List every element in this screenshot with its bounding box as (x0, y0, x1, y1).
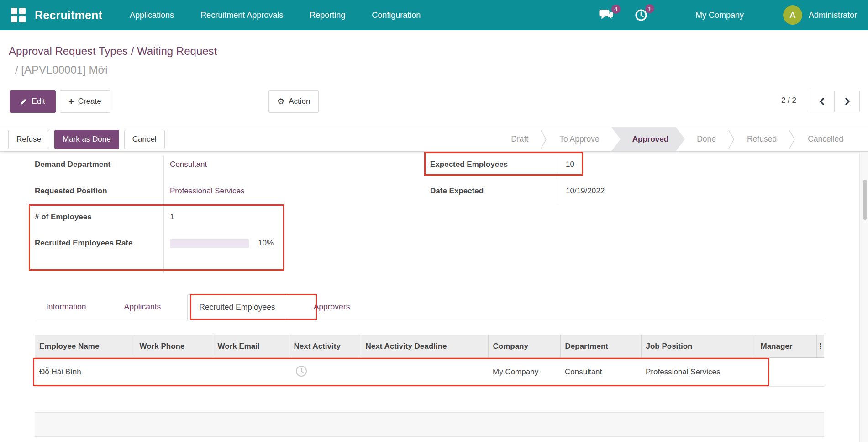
tab-information[interactable]: Information (35, 294, 98, 320)
stage-to-approve[interactable]: To Approve (547, 134, 611, 144)
cell-department: Consultant (560, 358, 641, 387)
requested-position-value[interactable]: Professional Services (170, 183, 244, 199)
user-avatar: A (783, 5, 802, 25)
field-label: Requested Position (35, 183, 137, 199)
menu-recruitment-approvals[interactable]: Recruitment Approvals (200, 11, 283, 20)
number-of-employees-value: 1 (170, 209, 174, 225)
statusbar: Refuse Mark as Done Cancel Draft To Appr… (0, 127, 868, 152)
top-navbar: Recruitment Applications Recruitment App… (0, 0, 868, 30)
table-row[interactable]: Đỗ Hải Bình My Company Consultant Profes… (35, 358, 824, 387)
cell-company: My Company (488, 358, 560, 387)
field-date-expected: Date Expected 10/19/2022 (430, 183, 605, 199)
pager-next-button[interactable] (835, 91, 860, 112)
breadcrumb-separator: / (128, 45, 137, 57)
column-work-phone[interactable]: Work Phone (135, 335, 213, 358)
column-next-activity-deadline[interactable]: Next Activity Deadline (361, 335, 488, 358)
user-menu[interactable]: A Administrator (783, 5, 857, 25)
menu-applications[interactable]: Applications (130, 11, 174, 20)
column-manager[interactable]: Manager (756, 335, 816, 358)
chevron-right-icon (844, 97, 850, 106)
pencil-icon (20, 98, 27, 105)
action-button[interactable]: ⚙ Action (268, 90, 319, 113)
main-menu: Applications Recruitment Approvals Repor… (130, 11, 421, 20)
field-recruited-employees-rate: Recruited Employees Rate 10% (35, 235, 274, 251)
stage-separator (540, 128, 547, 151)
cancel-button[interactable]: Cancel (124, 130, 165, 149)
activities-count-badge: 1 (645, 4, 654, 13)
stage-pipeline: Draft To Approve Approved Done Refused C… (499, 127, 855, 151)
column-company[interactable]: Company (488, 335, 560, 358)
field-label: Recruited Employees Rate (35, 235, 137, 251)
field-demand-department: Demand Department Consultant (35, 156, 207, 173)
statusbar-buttons: Refuse Mark as Done Cancel (8, 130, 165, 149)
scrollbar-track[interactable] (859, 152, 868, 442)
apps-grid-icon[interactable] (11, 8, 26, 22)
field-expected-employees: Expected Employees 10 (430, 156, 574, 173)
company-switcher[interactable]: My Company (695, 11, 744, 20)
gear-icon: ⚙ (277, 97, 284, 106)
recruited-rate-value: 10% (258, 235, 274, 251)
scrollbar-thumb[interactable] (863, 180, 867, 220)
tab-applicants[interactable]: Applicants (113, 294, 173, 320)
date-expected-value: 10/19/2022 (566, 183, 605, 199)
stage-approved-active[interactable]: Approved (611, 127, 685, 151)
stage-draft[interactable]: Draft (499, 134, 540, 144)
clock-icon[interactable] (295, 365, 307, 377)
cell-employee-name: Đỗ Hải Bình (35, 358, 135, 387)
plus-icon: + (68, 97, 74, 106)
demand-department-value[interactable]: Consultant (170, 156, 207, 173)
cell-next-activity (289, 358, 361, 387)
user-name: Administrator (809, 11, 857, 20)
field-requested-position: Requested Position Professional Services (35, 183, 244, 199)
field-label: Expected Employees (430, 156, 537, 173)
messages-button[interactable]: 4 (599, 9, 614, 22)
column-department[interactable]: Department (560, 335, 641, 358)
field-label: Date Expected (430, 183, 537, 199)
mark-as-done-button[interactable]: Mark as Done (54, 130, 119, 149)
recruited-rate-progress: 10% (170, 235, 274, 251)
tab-approvers[interactable]: Approvers (302, 294, 362, 320)
stage-separator (789, 128, 796, 151)
stage-done[interactable]: Done (685, 134, 728, 144)
cell-next-activity-deadline (361, 358, 488, 387)
refuse-button[interactable]: Refuse (8, 130, 49, 149)
breadcrumb: Approval Request Types / Waiting Request… (9, 45, 217, 76)
tab-recruited-employees[interactable]: Recruited Employees (187, 294, 287, 320)
create-button[interactable]: + Create (60, 90, 110, 113)
navbar-right: 4 1 My Company A Administrator (579, 5, 857, 25)
column-employee-name[interactable]: Employee Name (35, 335, 135, 358)
pager (810, 91, 860, 112)
cell-work-phone (135, 358, 213, 387)
column-work-email[interactable]: Work Email (213, 335, 289, 358)
empty-row (35, 387, 824, 413)
table-header-row: Employee Name Work Phone Work Email Next… (35, 335, 824, 358)
recruitment-app-page: { "navbar": { "brand": "Recruitment", "m… (0, 0, 868, 442)
column-next-activity[interactable]: Next Activity (289, 335, 361, 358)
menu-configuration[interactable]: Configuration (372, 11, 421, 20)
chevron-left-icon (819, 97, 825, 106)
app-brand: Recruitment (35, 9, 102, 22)
column-job-position[interactable]: Job Position (641, 335, 756, 358)
breadcrumb-waiting-request[interactable]: Waiting Request (137, 45, 217, 57)
cell-work-email (213, 358, 289, 387)
breadcrumb-approval-request-types[interactable]: Approval Request Types (9, 45, 128, 57)
control-panel: Edit + Create ⚙ Action 2 / 2 (0, 90, 868, 113)
field-number-of-employees: # of Employees 1 (35, 209, 174, 225)
pager-previous-button[interactable] (810, 91, 835, 112)
stage-refused[interactable]: Refused (735, 134, 789, 144)
edit-button[interactable]: Edit (10, 90, 56, 113)
messages-count-badge: 4 (611, 5, 621, 14)
cell-job-position: Professional Services (641, 358, 756, 387)
stage-separator (728, 128, 735, 151)
cell-manager (756, 358, 816, 387)
field-label: # of Employees (35, 209, 137, 225)
recruited-employees-table: Employee Name Work Phone Work Email Next… (35, 335, 824, 437)
expected-employees-value: 10 (566, 156, 574, 173)
pager-value[interactable]: 2 / 2 (781, 96, 796, 105)
notebook-tabs: Information Applicants Recruited Employe… (35, 294, 824, 320)
menu-reporting[interactable]: Reporting (310, 11, 345, 20)
recruited-rate-bar-track (170, 239, 249, 248)
optional-columns-toggle-icon[interactable]: ⋮ (816, 335, 824, 358)
stage-cancelled[interactable]: Cancelled (796, 134, 855, 144)
activities-button[interactable]: 1 (634, 8, 648, 22)
